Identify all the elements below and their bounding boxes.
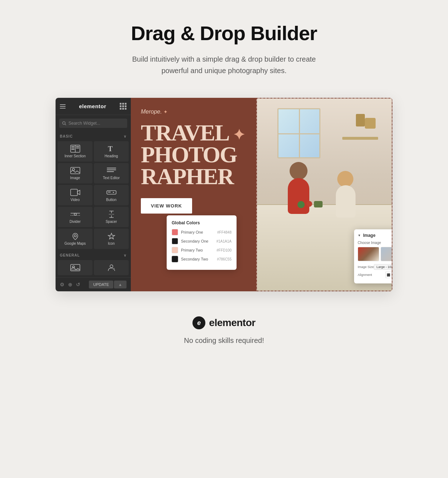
align-left-icon[interactable]: ⬛ bbox=[385, 272, 392, 278]
image-panel-header: ▼ Image bbox=[358, 233, 392, 238]
widget-button-label: Button bbox=[106, 198, 116, 202]
icon-icon bbox=[106, 232, 116, 240]
global-colors-popup: Global Colors Primary One #FF4848 Second… bbox=[167, 215, 237, 270]
shelf bbox=[342, 137, 378, 140]
star-icon: ✦ bbox=[233, 128, 244, 142]
widget-video[interactable]: Video bbox=[58, 185, 92, 205]
widget-text-editor[interactable]: Text Editor bbox=[94, 163, 129, 183]
svg-rect-4 bbox=[71, 146, 75, 147]
hero-line3: RAPHER bbox=[141, 164, 233, 189]
canvas-area: Merope. ✦ TRAVEL ✦ PHOTOG RAPHER VIEW WO… bbox=[131, 98, 392, 291]
widget-inner-section[interactable]: Inner Section bbox=[58, 141, 92, 162]
choose-image-label: Choose Image bbox=[358, 241, 392, 245]
widget-image[interactable]: Image bbox=[58, 163, 92, 183]
video-icon bbox=[70, 188, 80, 196]
maps-icon bbox=[70, 232, 80, 240]
color-swatch-4 bbox=[172, 256, 178, 262]
update-arrow-button[interactable]: ▲ bbox=[114, 281, 127, 288]
image-thumbnails bbox=[358, 247, 392, 261]
search-icon bbox=[62, 121, 66, 125]
widget-general-user[interactable] bbox=[94, 260, 129, 275]
svg-rect-29 bbox=[71, 269, 79, 270]
widget-google-maps[interactable]: Google Maps bbox=[58, 229, 92, 249]
svg-rect-16 bbox=[107, 191, 116, 194]
color-swatch-1 bbox=[172, 229, 178, 235]
svg-point-20 bbox=[74, 213, 76, 215]
heading-icon: T bbox=[106, 145, 116, 153]
widget-divider[interactable]: Divider bbox=[58, 207, 92, 227]
footer-tagline: No coding skills required! bbox=[184, 336, 264, 345]
alignment-icons: ⬛ ⬛ ⬛ bbox=[385, 272, 392, 278]
widget-icon-label: Icon bbox=[108, 242, 115, 245]
section-basic-label: BASIC ∨ bbox=[56, 132, 131, 140]
widget-button[interactable]: Button bbox=[94, 185, 129, 205]
color-name-4: Secondary Two bbox=[181, 257, 214, 261]
image-panel-title: Image bbox=[363, 233, 376, 238]
svg-rect-13 bbox=[107, 169, 116, 170]
footer: e elementor No coding skills required! bbox=[184, 316, 264, 345]
button-icon bbox=[106, 188, 116, 196]
section-general-chevron: ∨ bbox=[124, 253, 127, 257]
color-hex-4: #786C55 bbox=[217, 257, 232, 261]
canvas-right: ▼ Image Choose Image Image Size Large - … bbox=[256, 98, 392, 291]
section-general-label: GENERAL ∨ bbox=[56, 250, 131, 259]
hero-text: TRAVEL ✦ PHOTOG RAPHER bbox=[141, 122, 246, 187]
widget-maps-label: Google Maps bbox=[65, 242, 86, 245]
responsive-icon[interactable]: ↺ bbox=[76, 282, 80, 287]
ui-screenshot: elementor Search Widget... BASIC ∨ bbox=[56, 98, 392, 291]
svg-point-30 bbox=[110, 265, 113, 268]
sidebar-logo: elementor bbox=[79, 103, 106, 109]
history-icon[interactable]: ⊕ bbox=[68, 282, 72, 287]
svg-text:T: T bbox=[108, 145, 113, 153]
image-size-label: Image Size bbox=[358, 265, 374, 269]
svg-rect-17 bbox=[108, 192, 111, 192]
elementor-logo-row: e elementor bbox=[192, 316, 255, 329]
footer-icons: ⚙ ⊕ ↺ bbox=[60, 282, 80, 287]
hamburger-icon[interactable] bbox=[60, 104, 66, 109]
widget-divider-label: Divider bbox=[70, 220, 81, 224]
color-row-3: Primary Two #FFD100 bbox=[172, 247, 232, 253]
svg-rect-7 bbox=[76, 146, 79, 147]
svg-line-1 bbox=[65, 124, 66, 125]
logo-dot: ✦ bbox=[163, 109, 168, 115]
svg-rect-8 bbox=[76, 148, 79, 148]
widget-video-label: Video bbox=[71, 198, 80, 202]
image-size-value[interactable]: Large - 1024x10 ▼ bbox=[374, 264, 392, 270]
gen-image-icon bbox=[70, 264, 80, 272]
divider-icon bbox=[70, 210, 80, 218]
widget-general-image[interactable] bbox=[58, 260, 92, 275]
sidebar-header: elementor bbox=[56, 98, 131, 115]
figure-person-2 bbox=[333, 167, 358, 218]
update-button[interactable]: UPDATE bbox=[89, 281, 113, 288]
widget-spacer-label: Spacer bbox=[106, 220, 117, 224]
color-hex-1: #FF4848 bbox=[217, 230, 232, 234]
settings-icon[interactable]: ⚙ bbox=[60, 282, 65, 287]
widget-icon[interactable]: Icon bbox=[94, 229, 129, 249]
elementor-icon: e bbox=[192, 316, 205, 329]
color-row-1: Primary One #FF4848 bbox=[172, 229, 232, 235]
spacer-icon bbox=[106, 210, 116, 218]
svg-rect-15 bbox=[71, 189, 77, 196]
svg-rect-5 bbox=[71, 148, 75, 148]
svg-point-0 bbox=[63, 122, 66, 125]
view-work-button[interactable]: VIEW WORK bbox=[141, 198, 192, 214]
search-bar[interactable]: Search Widget... bbox=[59, 119, 127, 128]
grid-icon[interactable] bbox=[120, 103, 127, 110]
section-chevron: ∨ bbox=[124, 134, 127, 138]
color-hex-2: #1A1A1A bbox=[216, 239, 232, 243]
widget-heading[interactable]: T Heading bbox=[94, 141, 129, 162]
elementor-brand-name: elementor bbox=[209, 317, 255, 329]
color-hex-3: #FFD100 bbox=[216, 248, 232, 252]
page-subtitle: Build intuitively with a simple drag & d… bbox=[120, 53, 328, 76]
sidebar-footer: ⚙ ⊕ ↺ UPDATE ▲ bbox=[56, 277, 131, 291]
thumb-main[interactable] bbox=[358, 247, 379, 261]
site-name: Merope. bbox=[141, 109, 162, 115]
color-name-3: Primary Two bbox=[181, 248, 214, 252]
alignment-label: Alignment bbox=[358, 273, 372, 277]
widget-text-editor-label: Text Editor bbox=[103, 176, 120, 180]
panel-chevron: ▼ bbox=[358, 234, 361, 237]
sidebar: elementor Search Widget... BASIC ∨ bbox=[56, 98, 131, 291]
canvas-left: Merope. ✦ TRAVEL ✦ PHOTOG RAPHER VIEW WO… bbox=[131, 98, 256, 291]
thumb-alt[interactable] bbox=[381, 247, 392, 261]
widget-spacer[interactable]: Spacer bbox=[94, 207, 129, 227]
